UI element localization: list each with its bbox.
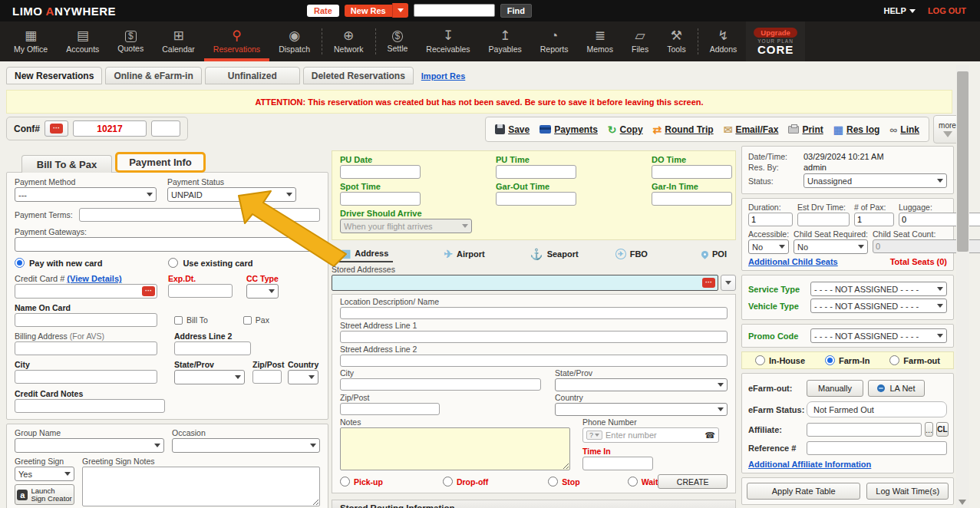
tab-address[interactable]: ▦Address bbox=[336, 246, 393, 262]
loc-state-select[interactable] bbox=[555, 378, 728, 391]
find-button[interactable]: Find bbox=[500, 4, 532, 18]
pick-up-radio[interactable] bbox=[340, 477, 350, 487]
farm-in-radio[interactable] bbox=[825, 355, 835, 365]
loc-city-input[interactable] bbox=[340, 378, 541, 391]
greeting-sign-select[interactable]: Yes bbox=[15, 467, 74, 481]
exp-date-input[interactable] bbox=[168, 284, 233, 298]
group-name-combo[interactable] bbox=[15, 438, 164, 453]
pax-checkbox[interactable] bbox=[243, 316, 252, 325]
scrollbar-down-arrow[interactable] bbox=[959, 500, 966, 505]
duration-input[interactable] bbox=[748, 213, 793, 226]
additional-child-seats-link[interactable]: Additional Child Seats bbox=[748, 257, 838, 266]
tab-online-efarm-in[interactable]: Online & eFarm-in bbox=[105, 67, 201, 84]
payment-gateways-select[interactable] bbox=[15, 237, 320, 252]
street1-input[interactable] bbox=[340, 331, 728, 343]
street2-input[interactable] bbox=[340, 355, 728, 367]
in-house-radio-option[interactable]: In-House bbox=[755, 355, 805, 365]
cc-city-input[interactable] bbox=[15, 370, 157, 384]
tab-airport[interactable]: ✈Airport bbox=[439, 246, 525, 262]
stop-radio[interactable] bbox=[548, 477, 558, 487]
affiliate-clear-button[interactable]: CL bbox=[936, 422, 948, 437]
bill-to-checkbox[interactable] bbox=[174, 316, 183, 325]
payment-terms-input[interactable] bbox=[79, 208, 320, 222]
driver-should-arrive-select[interactable]: When your flight arrives bbox=[340, 219, 472, 233]
nav-item-dispatch[interactable]: ◉Dispatch bbox=[269, 21, 319, 61]
global-search-input[interactable] bbox=[414, 4, 495, 17]
child-seat-required-select[interactable]: No bbox=[794, 239, 868, 254]
pu-time-input[interactable] bbox=[496, 165, 576, 179]
tab-fbo[interactable]: ✈FBO bbox=[611, 246, 697, 262]
pax-count-input[interactable] bbox=[854, 213, 894, 226]
farm-out-radio[interactable] bbox=[889, 355, 899, 365]
additional-affiliate-link[interactable]: Additional Affiliate Information bbox=[748, 460, 871, 469]
stored-addresses-dropdown-button[interactable] bbox=[721, 275, 736, 291]
drop-off-radio[interactable] bbox=[443, 477, 453, 487]
loc-country-select[interactable] bbox=[555, 403, 728, 416]
print-button[interactable]: Print bbox=[788, 124, 823, 135]
apply-rate-table-button[interactable]: Apply Rate Table bbox=[747, 483, 860, 500]
nav-item-reports[interactable]: ◔Reports bbox=[531, 21, 578, 61]
scrollbar-thumb[interactable] bbox=[957, 71, 968, 252]
farm-in-radio-option[interactable]: Farm-In bbox=[825, 355, 869, 365]
rate-button[interactable]: Rate bbox=[307, 5, 339, 17]
nav-item-tools[interactable]: ⚒Tools bbox=[658, 21, 695, 61]
stored-addresses-input[interactable]: ··· bbox=[332, 275, 718, 291]
import-res-link[interactable]: Import Res bbox=[421, 71, 465, 81]
conf-suffix-input[interactable] bbox=[151, 120, 180, 137]
loc-zip-input[interactable] bbox=[340, 403, 440, 415]
do-time-input[interactable] bbox=[652, 165, 732, 179]
wait-radio[interactable] bbox=[628, 477, 638, 487]
tab-deleted-reservations[interactable]: Deleted Reservations bbox=[303, 67, 414, 84]
nav-item-network[interactable]: ⊕Network bbox=[325, 21, 373, 61]
drop-off-radio-option[interactable]: Drop-off bbox=[443, 477, 488, 487]
occasion-combo[interactable] bbox=[172, 438, 320, 453]
cc-country-select[interactable] bbox=[288, 370, 318, 384]
cc-state-select[interactable] bbox=[174, 370, 245, 384]
nav-item-accounts[interactable]: ▤Accounts bbox=[57, 21, 108, 61]
wait-radio-option[interactable]: Wait bbox=[628, 477, 658, 487]
page-scrollbar[interactable] bbox=[956, 65, 969, 508]
save-button[interactable]: Save bbox=[495, 124, 530, 135]
view-details-link[interactable]: (View Details) bbox=[67, 274, 121, 283]
gar-in-time-input[interactable] bbox=[652, 192, 732, 206]
spot-time-input[interactable] bbox=[340, 192, 421, 206]
name-on-card-input[interactable] bbox=[15, 313, 157, 327]
create-button[interactable]: CREATE bbox=[658, 474, 728, 489]
tab-new-reservations[interactable]: New Reservations bbox=[6, 67, 102, 84]
card-swipe-icon[interactable]: ··· bbox=[142, 286, 155, 296]
greeting-sign-notes-textarea[interactable] bbox=[82, 467, 320, 506]
pu-date-input[interactable] bbox=[340, 165, 421, 179]
promo-code-select[interactable]: - - - - NOT ASSIGNED - - - - bbox=[810, 328, 947, 343]
tab-poi[interactable]: POI bbox=[697, 247, 731, 261]
manually-button[interactable]: Manually bbox=[807, 380, 863, 397]
pay-with-new-card-radio[interactable] bbox=[15, 258, 25, 268]
tab-seaport[interactable]: ⚓Seaport bbox=[525, 246, 611, 262]
address-line2-input[interactable] bbox=[174, 341, 251, 355]
credit-card-notes-input[interactable] bbox=[15, 399, 165, 413]
accessible-select[interactable]: No bbox=[748, 239, 789, 254]
payment-status-select[interactable]: UNPAID bbox=[167, 187, 296, 202]
service-type-select[interactable]: - - - - NOT ASSIGNED - - - - bbox=[810, 282, 947, 296]
pick-up-radio-option[interactable]: Pick-up bbox=[340, 477, 383, 487]
nav-item-receivables[interactable]: ↧Receivables bbox=[417, 21, 479, 61]
time-in-input[interactable] bbox=[582, 457, 653, 470]
affiliate-browse-button[interactable]: ... bbox=[925, 422, 933, 437]
nav-item-files[interactable]: ▱Files bbox=[622, 21, 658, 61]
launch-sign-creator-button[interactable]: a LaunchSign Creator bbox=[15, 484, 74, 505]
link-button[interactable]: ∞Link bbox=[889, 124, 919, 135]
nav-item-reservations[interactable]: ⚲Reservations bbox=[204, 21, 269, 61]
affiliate-input[interactable] bbox=[807, 423, 922, 437]
email-fax-button[interactable]: ✉Email/Fax bbox=[724, 124, 779, 135]
la-net-button[interactable]: LA Net bbox=[868, 380, 925, 397]
tab-payment-info[interactable]: Payment Info bbox=[115, 152, 206, 173]
in-house-radio[interactable] bbox=[755, 355, 765, 365]
nav-item-addons[interactable]: ↯Addons bbox=[701, 21, 747, 61]
new-res-dropdown-button[interactable] bbox=[392, 3, 408, 18]
new-res-button[interactable]: New Res bbox=[345, 5, 392, 17]
conf-number-input[interactable] bbox=[73, 120, 147, 137]
vehicle-type-select[interactable]: - - - - NOT ASSIGNED - - - - bbox=[810, 299, 947, 313]
phone-number-input[interactable]: ? Enter number ☎ bbox=[582, 427, 719, 443]
country-code-select[interactable]: ? bbox=[586, 430, 602, 440]
credit-card-number-input[interactable]: ··· bbox=[15, 284, 157, 299]
nav-item-quotes[interactable]: $Quotes bbox=[108, 21, 153, 61]
